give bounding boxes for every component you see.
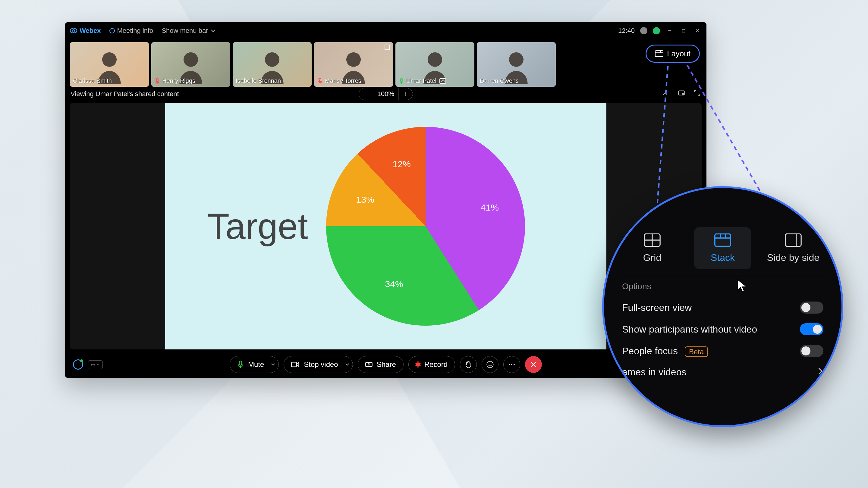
app-name: Webex [80,27,101,35]
window-close-button[interactable] [693,27,702,35]
mic-muted-icon [317,78,323,84]
show-no-video-label: Show participants without video [622,324,757,335]
side-by-side-layout-icon [785,233,802,247]
record-icon [416,362,420,367]
status-badge-grey [640,27,647,34]
chevron-down-icon[interactable] [271,362,276,367]
app-logo: Webex [70,27,101,35]
meeting-info-button[interactable]: i Meeting info [110,27,153,35]
pie-chart: 41%34%13%12% [326,127,525,326]
share-label: Share [377,360,396,369]
layout-option-grid[interactable]: Grid [624,227,681,269]
stop-video-button[interactable]: Stop video [284,356,352,373]
ellipsis-icon [508,363,516,366]
titlebar: Webex i Meeting info Show menu bar 12:40 [65,22,707,39]
participant-thumb[interactable]: Henry Riggs [151,42,230,87]
people-focus-label: People focus [622,346,678,356]
svg-point-24 [489,363,489,364]
cursor-icon [736,278,749,293]
expand-icon[interactable] [693,89,701,99]
show-no-video-toggle[interactable] [800,323,824,335]
svg-rect-45 [785,234,801,246]
stop-video-label: Stop video [304,360,338,369]
mute-label: Mute [248,360,264,369]
window-minimize-button[interactable] [665,27,674,35]
shared-slide: Target 41%34%13%12% [165,103,607,350]
more-options-button[interactable] [503,356,520,373]
end-call-button[interactable] [525,356,542,373]
svg-rect-12 [401,78,402,82]
assistant-icon[interactable] [73,359,83,369]
reactions-button[interactable] [482,356,498,373]
layout-option-grid-label: Grid [643,252,661,263]
share-button[interactable]: Share [358,356,404,373]
svg-rect-19 [682,93,684,95]
camera-icon [291,361,300,368]
svg-rect-14 [655,51,663,57]
slide-title: Target [207,205,308,247]
people-focus-toggle[interactable] [800,345,824,357]
window-maximize-button[interactable] [679,27,688,35]
popout-icon[interactable] [678,89,685,99]
svg-point-28 [514,364,515,365]
svg-point-25 [491,363,491,364]
svg-point-7 [265,53,279,67]
pie-slice-label: 34% [385,279,403,289]
zoom-value: 100% [373,88,399,100]
layout-option-side[interactable]: Side by side [765,227,822,269]
names-in-videos-row[interactable]: ames in videos [622,362,824,383]
layout-option-stack[interactable]: Stack [694,227,751,269]
layout-option-side-label: Side by side [767,252,819,263]
svg-rect-41 [715,234,731,246]
raise-hand-button[interactable] [460,356,477,373]
svg-point-26 [509,364,510,365]
chevron-down-icon[interactable] [345,362,350,367]
meeting-toolbar: ▭ Mute Stop video Share Record [65,351,707,378]
zoom-out-button[interactable]: − [359,88,373,100]
participant-thumb[interactable]: Clarissa Smith [70,42,149,87]
zoom-in-button[interactable]: + [399,88,412,100]
stack-layout-icon [714,233,731,247]
fullscreen-row: Full-screen view [622,297,824,318]
svg-rect-21 [292,362,297,367]
participant-name: Umar Patel [406,77,436,84]
participant-name: Darren Owens [480,77,519,84]
pie-slice-label: 41% [481,202,499,213]
microphone-icon [237,361,244,368]
fullscreen-toggle[interactable] [800,301,824,314]
clock: 12:40 [618,27,635,35]
show-no-video-row: Show participants without video [622,318,824,340]
record-button[interactable]: Record [408,356,455,373]
mic-muted-icon [154,78,160,84]
layout-button[interactable]: Layout [646,44,700,63]
mic-on-icon [398,78,404,84]
show-menu-bar-button[interactable]: Show menu bar [161,27,216,35]
zoom-control: − 100% + [359,88,413,100]
svg-point-8 [346,53,361,67]
svg-rect-2 [682,29,685,32]
info-icon: i [110,28,115,33]
svg-point-3 [102,53,117,67]
beta-badge: Beta [685,347,708,357]
pie-slice-label: 12% [393,159,411,169]
participant-thumb[interactable]: Darren Owens [477,42,556,87]
names-in-videos-label: ames in videos [622,367,686,378]
pin-icon [384,44,390,50]
participant-name: Marise Torres [325,77,361,84]
svg-point-13 [509,53,524,67]
layout-panel-magnified: ut Grid Stack Side by side Options Full-… [602,186,843,427]
caption-icon[interactable]: ▭ [88,360,103,369]
layout-heading-partial: ut [627,209,824,219]
share-status-row: Viewing Umar Patel's shared content − 10… [65,87,707,101]
viewing-shared-label: Viewing Umar Patel's shared content [70,90,179,98]
participant-thumb[interactable]: Umar Patel [396,42,474,87]
meeting-info-label: Meeting info [117,27,153,35]
participant-thumb[interactable]: Isabelle Brennan [233,42,312,87]
record-label: Record [424,360,447,369]
annotate-icon[interactable] [662,89,670,99]
people-focus-row: People focus Beta [622,340,824,362]
svg-point-23 [487,361,493,367]
mute-button[interactable]: Mute [230,356,279,373]
layout-option-stack-label: Stack [711,252,735,263]
participant-thumb[interactable]: Marise Torres [314,42,393,87]
